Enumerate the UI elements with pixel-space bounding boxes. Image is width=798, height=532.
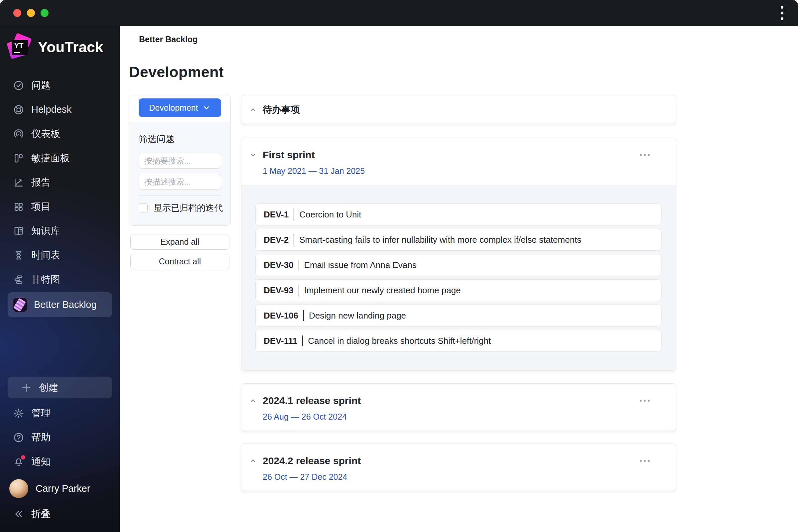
report-chart-icon [13,176,25,189]
issue-title: Cancel in dialog breaks shortcuts Shift+… [308,336,491,346]
sprint-card-first-sprint: First sprint 1 May 2021 — 31 Jan 2025 DE… [241,138,676,371]
sprint-kebab-icon[interactable] [638,152,652,158]
sidebar-item-dashboards[interactable]: 仪表板 [0,122,120,146]
youtrack-logo-icon: YT [8,35,32,60]
sidebar-item-label: 问题 [31,79,51,92]
sidebar-item-administration[interactable]: 管理 [0,401,120,425]
sprint-issue-list: DEV-1Coercion to UnitDEV-2Smart-casting … [241,185,676,370]
issue-row[interactable]: DEV-93Implement our newly created home p… [255,279,661,301]
double-chevron-left-icon [13,508,25,520]
backlog-section-title: 待办事项 [263,103,300,116]
sidebar-item-label: 通知 [31,455,51,469]
description-search-input[interactable] [139,174,221,190]
create-button-label: 创建 [39,381,58,394]
agile-board-icon [13,152,25,164]
sidebar-item-knowledge-base[interactable]: 知识库 [0,219,120,243]
backlog-column: 待办事项 First sprint 1 May 2021 — 31 Ja [241,95,676,504]
lifebuoy-icon [13,104,25,116]
page-title: Development [129,63,798,81]
issue-row[interactable]: DEV-30Email issue from Anna Evans [255,254,661,276]
more-options-kebab-icon[interactable] [778,3,786,23]
app-window: YT YouTrack 问题 Helpdesk [0,0,798,532]
show-archived-checkbox-row[interactable]: 显示已归档的迭代 [139,202,221,214]
gantt-icon [13,274,25,286]
sprint-kebab-icon[interactable] [638,398,652,404]
expand-all-button[interactable]: Expand all [130,234,229,250]
traffic-lights [13,9,49,17]
filter-panel: Development 筛选问题 显示已归档的迭代 [129,95,231,269]
sidebar-item-better-backlog[interactable]: Better Backlog [8,292,112,317]
sidebar-item-label: 帮助 [31,431,51,444]
create-button[interactable]: 创建 [8,377,112,398]
issue-id: DEV-1 [264,209,289,220]
question-circle-icon [13,432,25,443]
issue-row[interactable]: DEV-1Coercion to Unit [255,204,661,225]
issue-title: Coercion to Unit [299,209,361,220]
sidebar-nav: 问题 Helpdesk 仪表板 [0,73,120,318]
issue-id: DEV-30 [264,260,293,270]
main-content: Better Backlog Development Development 筛… [120,26,798,532]
gear-icon [13,407,25,419]
user-name: Carry Parker [36,483,90,494]
sidebar-item-help[interactable]: 帮助 [0,425,120,450]
sidebar-collapse-button[interactable]: 折叠 [0,502,120,526]
minimize-window-button[interactable] [27,9,35,17]
chevron-up-icon[interactable] [249,457,257,464]
issue-separator [293,209,294,220]
main-header: Better Backlog [120,26,798,53]
issue-title: Design new landing page [309,310,406,321]
show-archived-checkbox[interactable] [139,204,148,212]
zoom-window-button[interactable] [41,9,49,17]
issue-row[interactable]: DEV-2Smart-casting fails to infer nullab… [255,229,661,251]
sidebar: YT YouTrack 问题 Helpdesk [0,26,120,532]
chevron-down-icon [202,103,211,112]
sprint-title: 2024.1 release sprint [263,395,361,406]
summary-search-input[interactable] [139,153,221,169]
notification-badge [21,455,25,459]
window-titlebar [0,0,798,26]
chevron-up-icon[interactable] [249,106,257,113]
issue-row[interactable]: DEV-106Design new landing page [255,305,661,326]
sprint-card-2024-1: 2024.1 release sprint 26 Aug — 26 Oct 20… [241,383,676,431]
logo-monogram: YT [14,42,28,49]
sprint-dates-link[interactable]: 1 May 2021 — 31 Jan 2025 [263,166,365,176]
show-archived-label: 显示已归档的迭代 [154,202,223,214]
hourglass-icon [13,249,25,261]
collapse-label: 折叠 [31,507,51,521]
sidebar-item-reports[interactable]: 报告 [0,170,120,194]
sprint-dates-link[interactable]: 26 Oct — 27 Dec 2024 [263,472,347,482]
bell-icon [13,456,25,468]
close-window-button[interactable] [13,9,21,17]
chevron-down-icon[interactable] [249,151,257,158]
gauge-icon [13,128,25,140]
sidebar-item-label: Better Backlog [34,299,97,310]
sprint-kebab-icon[interactable] [638,458,652,464]
sidebar-item-agile-boards[interactable]: 敏捷面板 [0,146,120,170]
user-menu[interactable]: Carry Parker [0,475,120,502]
sidebar-item-timesheets[interactable]: 时间表 [0,243,120,267]
sidebar-item-projects[interactable]: 项目 [0,194,120,219]
sidebar-item-notifications[interactable]: 通知 [0,450,120,474]
issue-title: Implement our newly created home page [304,285,461,296]
sidebar-item-issues[interactable]: 问题 [0,73,120,97]
sidebar-item-label: 管理 [31,407,51,420]
divider [139,195,221,196]
issue-separator [302,336,303,346]
sidebar-item-gantt[interactable]: 甘特图 [0,267,120,291]
task-check-icon [13,79,25,92]
knowledge-book-icon [13,225,25,237]
issue-row[interactable]: DEV-111Cancel in dialog breaks shortcuts… [255,330,661,352]
better-backlog-app-icon [13,298,27,312]
sidebar-item-helpdesk[interactable]: Helpdesk [0,97,120,122]
logo-wordmark: YouTrack [38,39,103,56]
user-avatar [9,479,28,498]
breadcrumb-title: Better Backlog [139,35,197,44]
sprint-title: First sprint [263,149,315,160]
sidebar-item-label: 报告 [31,176,51,189]
issue-separator [299,285,299,296]
contract-all-button[interactable]: Contract all [130,254,229,269]
sprint-dates-link[interactable]: 26 Aug — 26 Oct 2024 [263,412,347,422]
project-selector-button[interactable]: Development [139,98,221,117]
youtrack-logo: YT YouTrack [8,35,120,60]
chevron-up-icon[interactable] [249,397,257,404]
